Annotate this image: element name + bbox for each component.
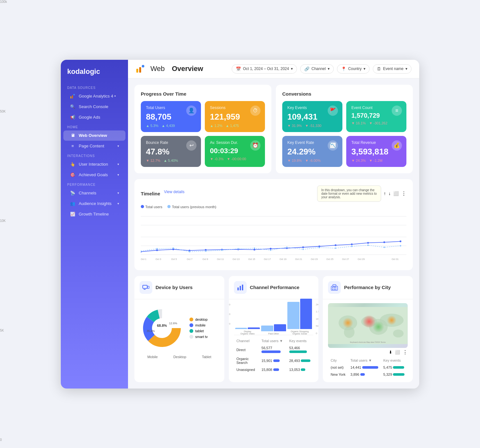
cell-events-direct: 53,466 [287,345,313,355]
mobile-label: mobile [195,323,205,327]
sidebar-item-user-interaction[interactable]: 👆 User Interaction ▾ [63,159,125,169]
bar-label-paid: Paid Other [268,333,279,335]
svg-text:Oct 31: Oct 31 [392,257,399,260]
sessions-meta: ▲ 1.2% ▲ 1,475 [210,124,260,128]
australia [393,329,404,337]
svg-rect-70 [335,287,336,288]
date-filter[interactable]: 📅 Oct 1, 2024 – Oct 31, 2024 ▾ [232,64,297,74]
sidebar-item-audience-insights[interactable]: 👥 Audience Insights ▾ [63,199,125,209]
total-users-title: Total Users [146,106,196,110]
sidebar-label-gt: Growth Timeline [79,212,109,216]
channel-filter[interactable]: 🔗 Channel ▾ [300,64,334,74]
event-count-title: Event Count [351,106,401,110]
sidebar-item-growth-timeline[interactable]: 📈 Growth Timeline [63,209,125,219]
key-events-pct: ▼ 31.9% [287,124,302,128]
key-event-rate-card: 📉 Key Event Rate 24.29% ▼ 19.8% ▼ -6.00% [282,136,342,167]
svg-point-32 [205,250,207,252]
hotspot-na [343,318,353,328]
bar-unassigned-events [301,368,305,371]
label-desktop: Desktop [173,355,186,359]
bar-label-display: DisplayOrganic Video [240,330,254,335]
page-content-icon: ≡ [70,143,76,149]
table-row: (not set) 14,441 5,475 [329,364,407,371]
sidebar-item-search-console[interactable]: 🔍 Search Console [63,102,125,112]
legend-mobile: mobile [189,323,208,327]
sidebar-item-channels[interactable]: 📡 Channels ▾ [63,188,125,198]
google-ads-icon: 📢 [70,114,76,120]
sidebar-item-page-content[interactable]: ≡ Page Content ▾ [63,141,125,151]
country-chevron: ▾ [364,67,365,71]
cell-users-direct: 56,577 [260,345,287,355]
bounce-rate-title: Bounce Rate [146,140,196,145]
title-plain: Web [150,65,165,73]
country-filter-label: Country [348,67,362,71]
svg-point-44 [400,245,401,247]
sidebar-item-achieved-goals[interactable]: 🎯 Achieved Goals ▾ [63,170,125,180]
performance-by-city-card: Performance by City [323,276,413,382]
bottom-section: Device by Users [134,276,413,382]
col-city-users: Total users ▼ [348,357,381,364]
svg-rect-4 [139,67,141,73]
date-filter-label: Oct 1, 2024 – Oct 31, 2024 [243,67,289,71]
view-details-link[interactable]: View details [164,190,185,194]
bounce-rate-meta: ▼ 12.7% ▲ 5.40% [146,159,196,162]
sidebar-item-google-analytics[interactable]: Google Analytics 4 • [63,91,125,101]
city-card-icon [328,281,341,294]
key-event-rate-title: Key Event Rate [287,140,337,145]
legend-smarttv: smart tv [189,335,208,339]
svg-point-33 [221,249,223,251]
key-events-meta: ▼ 31.9% ▼ -51,330 [287,124,337,128]
svg-point-27 [400,240,402,242]
sidebar-section-home: Home 🖥 Web Overview ≡ Page Content ▾ [61,123,128,152]
event-icon: 🗓 [377,67,381,71]
svg-point-41 [351,246,353,247]
col-users: Total users ▼ [260,338,287,344]
conversions-section: Conversions 🚩 Key Events 109,431 ▼ 31.9%… [276,85,413,173]
more-city-btn[interactable]: ⋮ [403,349,408,355]
bar-ny-events [393,373,404,376]
bar-display: DisplayOrganic Video [235,297,260,335]
svg-text:Oct 23: Oct 23 [311,257,318,260]
hotspot-africa [373,321,384,332]
key-events-card: 🚩 Key Events 109,431 ▼ 31.9% ▼ -51,330 [282,101,342,132]
tablet-color [189,329,193,333]
bar-paid-users [261,326,273,331]
svg-point-40 [335,247,336,249]
bar-direct-users [261,350,281,353]
sessions-pct: ▲ 1.2% [210,124,222,128]
sort-up-btn[interactable]: ↑ [384,191,386,196]
channel-card-header: Channel Performance [229,276,319,299]
legend-total-users: Total users [141,205,162,209]
donut-label-68: 68.8% [157,324,167,327]
header-filters: 📅 Oct 1, 2024 – Oct 31, 2024 ▾ 🔗 Channel… [232,64,412,74]
label-tablet: Tablet [202,355,211,359]
svg-point-35 [254,247,255,249]
search-console-icon: 🔍 [70,104,76,110]
logo: kodalogic [61,67,128,83]
device-card-header: Device by Users [134,276,224,299]
donut-legend: desktop mobile tablet [189,318,208,339]
svg-rect-68 [332,287,333,288]
svg-rect-67 [331,286,338,290]
av-session-meta: ▼ -0.3% ▼ -00:00:00 [210,157,260,161]
city-card-body: Keyboard shortcuts Map data ©2024 Terms … [323,299,413,382]
event-count-card: ≡ Event Count 1,570,729 ▼ 16.1% ▼ -301,2… [346,101,406,132]
sidebar-label-pc: Page Content [79,144,104,148]
bounce-rate-abs: ▲ 5.40% [164,159,178,162]
svg-point-31 [189,251,190,252]
main-content: Web Overview 📅 Oct 1, 2024 – Oct 31, 202… [128,60,419,389]
download-btn[interactable]: ⬇ [389,349,392,355]
export-btn[interactable]: ⬜ [393,191,399,196]
event-filter[interactable]: 🗓 Event name ▾ [373,64,412,74]
total-revenue-title: Total Revenue [351,140,401,145]
cell-channel-organic: Organic Search [235,356,259,366]
table-row: Unassigned 15,808 13,053 [235,366,313,373]
export-city-btn[interactable]: ⬜ [395,349,400,355]
sidebar-label-ag: Achieved Goals [79,172,108,177]
country-filter[interactable]: 📍 Country ▾ [337,64,370,74]
sidebar-item-google-ads[interactable]: 📢 Google Ads [63,112,125,122]
sort-down-btn[interactable]: ↓ [388,191,391,196]
hotspot-asia [387,315,396,325]
more-options-btn[interactable]: ⋮ [401,191,406,197]
sidebar-item-web-overview[interactable]: 🖥 Web Overview [63,130,125,141]
